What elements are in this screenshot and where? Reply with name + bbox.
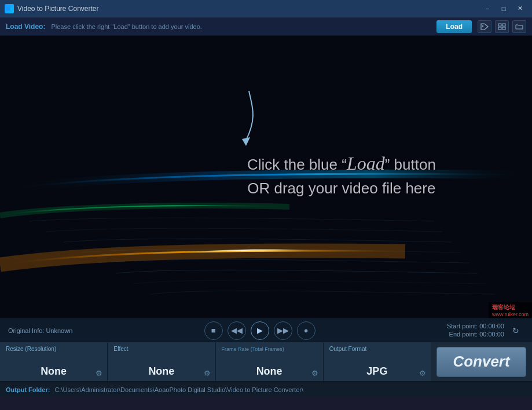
title-bar-left: Video to Picture Converter (5, 4, 99, 13)
close-button[interactable]: ✕ (512, 3, 527, 14)
watermark: 瑞客论坛 www.ruiker.com (489, 302, 532, 319)
framerate-value: None (222, 365, 317, 378)
window-controls: − □ ✕ (480, 3, 527, 14)
overlay-line2: OR drag your video file here (247, 177, 436, 200)
title-bar: Video to Picture Converter − □ ✕ (0, 0, 532, 17)
next-frame-button[interactable]: ▶▶ (274, 321, 292, 340)
resize-title: Resize (Resolution) (6, 346, 101, 352)
resize-gear-icon[interactable]: ⚙ (96, 369, 102, 378)
output-format-title: Output Format (329, 346, 425, 352)
time-info: Start point: 00:00:00 End point: 00:00:0… (447, 323, 504, 339)
app-icon (5, 4, 14, 13)
convert-button[interactable]: Convert (436, 347, 526, 377)
framerate-gear-icon[interactable]: ⚙ (311, 369, 318, 378)
stop-button[interactable]: ■ (204, 321, 223, 340)
folder-icon-button[interactable] (512, 20, 526, 33)
output-format-value: JPG (329, 365, 425, 378)
svg-rect-6 (502, 27, 505, 30)
svg-rect-4 (502, 24, 505, 26)
svg-rect-5 (498, 27, 501, 30)
svg-marker-1 (10, 8, 13, 10)
controls-panel: Resize (Resolution) None ⚙ Effect None ⚙… (0, 342, 532, 381)
svg-rect-3 (498, 24, 501, 26)
overlay-load-word: Load (347, 153, 385, 174)
effect-gear-icon[interactable]: ⚙ (204, 369, 211, 378)
convert-btn-area: Convert (431, 342, 532, 381)
video-area[interactable]: Click the blue “Load” button OR drag you… (0, 36, 532, 319)
load-video-label: Load Video: (6, 23, 45, 31)
overlay-line1: Click the blue “Load” button (247, 149, 436, 177)
load-button[interactable]: Load (436, 20, 472, 33)
reset-button[interactable]: ↻ (508, 323, 524, 339)
minimize-button[interactable]: − (480, 3, 495, 14)
play-button[interactable]: ▶ (251, 321, 269, 340)
load-toolbar (478, 20, 526, 33)
load-bar: Load Video: Please click the right "Load… (0, 17, 532, 36)
prev-frame-button[interactable]: ◀◀ (228, 321, 246, 340)
maximize-button[interactable]: □ (496, 3, 511, 14)
effect-control[interactable]: Effect None ⚙ (108, 342, 215, 381)
grid-icon-button[interactable] (495, 20, 509, 33)
svg-point-2 (482, 25, 483, 26)
end-point-text: End point: 00:00:00 (447, 331, 504, 338)
output-bar: Output Folder: C:\Users\Administrator\Do… (0, 381, 532, 397)
framerate-title: Frame Rate (Total Frames) (222, 346, 317, 352)
output-format-control[interactable]: Output Format JPG ⚙ (324, 342, 431, 381)
original-info-text: Original Info: Unknown (8, 327, 72, 334)
effect-value: None (113, 365, 209, 378)
resize-control[interactable]: Resize (Resolution) None ⚙ (0, 342, 108, 381)
video-overlay: Click the blue “Load” button OR drag you… (247, 149, 436, 200)
window-title: Video to Picture Converter (17, 5, 99, 13)
tag-icon-button[interactable] (478, 20, 491, 33)
start-point-text: Start point: 00:00:00 (447, 323, 504, 330)
svg-rect-0 (6, 6, 10, 11)
playback-controls: ■ ◀◀ ▶ ▶▶ ● (204, 321, 315, 340)
arrow-icon (226, 88, 272, 146)
framerate-control[interactable]: Frame Rate (Total Frames) None ⚙ (216, 342, 324, 381)
snapshot-button[interactable]: ● (297, 321, 315, 340)
load-placeholder-text: Please click the right "Load" button to … (51, 23, 431, 30)
svg-marker-7 (242, 137, 250, 146)
resize-value: None (6, 365, 101, 378)
watermark-line1: 瑞客论坛 (492, 303, 529, 312)
effect-title: Effect (113, 346, 209, 352)
output-format-gear-icon[interactable]: ⚙ (419, 369, 426, 378)
output-folder-label: Output Folder: (6, 386, 50, 393)
info-bar: Original Info: Unknown ■ ◀◀ ▶ ▶▶ ● Start… (0, 319, 532, 342)
watermark-line2: www.ruiker.com (492, 312, 529, 317)
output-folder-path: C:\Users\Administrator\Documents\AoaoPho… (54, 386, 526, 393)
